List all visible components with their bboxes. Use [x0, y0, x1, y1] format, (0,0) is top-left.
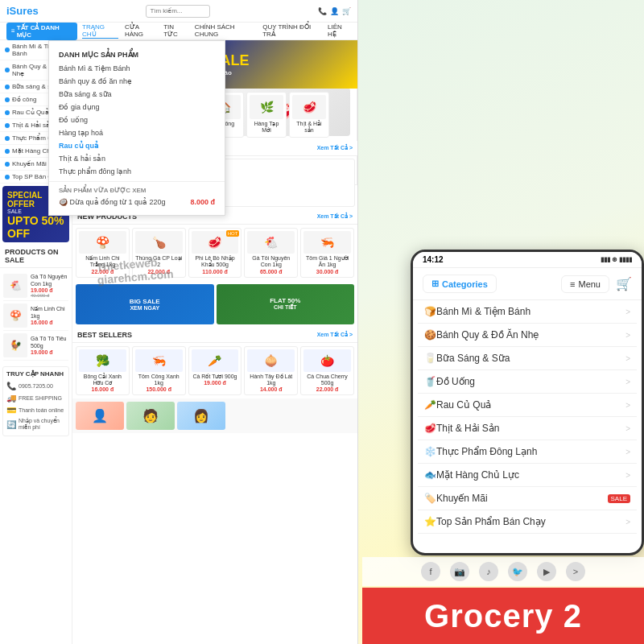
dropdown-item-breakfast[interactable]: Bữa sáng & sữa — [49, 88, 225, 101]
np-price: 65.000 đ — [247, 269, 295, 275]
social-facebook[interactable]: f — [421, 562, 440, 581]
grid-icon: ⊞ — [431, 279, 439, 289]
phone-menu-item-drinks[interactable]: 🥤 Đồ Uống > — [418, 370, 637, 394]
phone-menu-item-bread[interactable]: 🍞 Bánh Mì & Tiệm Bánh > — [418, 300, 637, 324]
quick-access-ship-label: FREE SHIPPING — [19, 395, 62, 401]
phone-cart-btn[interactable]: 🛒 — [616, 276, 632, 291]
nav-policy[interactable]: CHÍNH SÁCH CHUNG — [195, 23, 256, 39]
np-card-3[interactable]: 🥩 HOT Phi Lê Bò Nhập Khẩu 500g 110.000 đ — [188, 228, 242, 278]
social-instagram[interactable]: 📷 — [450, 562, 469, 581]
phone-menu-item-label: Mặt Hàng Chủ Lực — [436, 469, 625, 481]
social-tiktok[interactable]: ♪ — [479, 562, 498, 581]
phone-menu-item-label: Thực Phẩm Đông Lạnh — [436, 446, 625, 457]
dropdown-item-frozen[interactable]: Thực phẩm đông lạnh — [49, 165, 225, 178]
phone-menu-item-icon: 🐟 — [424, 469, 436, 481]
new-products-more[interactable]: Xem Tất Cả > — [317, 213, 353, 220]
phone-menu-item-main[interactable]: 🐟 Mặt Hàng Chủ Lực > — [418, 464, 637, 487]
np-card-4[interactable]: 🐔 Gà Tôi Nguyên Con 1kg 65.000 đ — [244, 228, 298, 278]
nav-shop[interactable]: CỬA HÀNG — [125, 23, 157, 39]
promo-big-sale[interactable]: BIG SALE XEM NGAY — [76, 284, 214, 324]
bs-card-2[interactable]: 🦐 Tôm Công Xanh 1kg 150.000 đ — [132, 346, 186, 396]
phone-icon: 📞 — [318, 7, 327, 15]
phone-menu-item-frozen[interactable]: ❄️ Thực Phẩm Đông Lạnh > — [418, 440, 637, 464]
best-sellers-more[interactable]: Xem Tất Cả > — [317, 332, 353, 338]
pay-icon: 💳 — [6, 406, 16, 415]
phone-menu-item-label: Rau Củ Quả — [436, 399, 625, 411]
nav-home[interactable]: TRANG CHỦ — [82, 23, 118, 39]
bs-card-4[interactable]: 🧅 Hành Tây Đồ Lát 1kg 14.000 đ — [244, 346, 298, 396]
chevron-right-icon: > — [625, 308, 630, 316]
sidebar-dot — [5, 175, 10, 180]
grocery-label-text: Grocery 2 — [424, 598, 582, 634]
bs-price: 16.000 đ — [79, 386, 126, 392]
nav-links: TRANG CHỦ CỬA HÀNG TIN TỨC CHÍNH SÁCH CH… — [82, 23, 351, 39]
social-more[interactable]: > — [566, 562, 585, 581]
bs-card-1[interactable]: 🥦 Bông Cải Xanh Hữu Cơ 16.000 đ — [76, 346, 130, 396]
site-logo: iSures — [6, 5, 39, 17]
dropdown-item-cookie[interactable]: Bánh quy & đồ ăn nhẹ — [49, 75, 225, 88]
dropdown-item-grocery[interactable]: Hàng tạp hoá — [49, 126, 225, 139]
phone-menu-item-top[interactable]: ⭐ Top Sản Phẩm Bán Chạy > — [418, 510, 637, 534]
phone-categories-btn[interactable]: ⊞ Categories — [423, 275, 497, 293]
nav-contact[interactable]: LIÊN HỆ — [328, 23, 351, 39]
sale-item[interactable]: 🐓 Gà Tô Tô Tiêu 500g 19.000 đ — [3, 331, 68, 361]
nav-news[interactable]: TIN TỨC — [163, 23, 188, 39]
social-twitter[interactable]: 🐦 — [508, 562, 527, 581]
all-cat-label: TẤT CẢ DANH MỤC — [17, 24, 72, 39]
sale-item[interactable]: 🐔 Gà Tô Nguyên Con 1kg 19.000 đ 40.000 đ — [3, 271, 68, 301]
product-card-name: Hàng Tạp Mới — [250, 121, 283, 134]
np-price: 30.000 đ — [303, 269, 351, 275]
np-price: 22.000 đ — [79, 269, 126, 275]
sidebar-dot — [5, 110, 10, 115]
sidebar-dot — [5, 68, 10, 72]
sale-item[interactable]: 🍄 Nấm Linh Chi 1kg 16.000 đ — [3, 301, 68, 331]
quick-access-pay-label: Thanh toán online — [19, 407, 64, 413]
phone-menu-item-cookie[interactable]: 🍪 Bánh Quy & Đồ Ăn Nhẹ > — [418, 324, 637, 347]
nav-return[interactable]: QUY TRÌNH ĐỔI TRẢ — [262, 23, 321, 39]
promo-flat-50[interactable]: FLAT 50% CHI TIẾT — [217, 284, 355, 324]
hot-week-more[interactable]: Xem Tất Cả > — [317, 145, 353, 151]
recently-viewed-item[interactable]: 🥥 Dừa quả đồng từ 1 quả 220g 8.000 đ — [49, 196, 225, 208]
np-card-5[interactable]: 🦐 Tôm Giá 1 Người Ăn 1kg 30.000 đ — [300, 228, 354, 278]
np-img: 🐔 — [247, 231, 295, 254]
phone-menu-item-meat[interactable]: 🥩 Thịt & Hải Sản > — [418, 417, 637, 440]
phone-navigation: ⊞ Categories ≡ Menu 🛒 — [413, 268, 642, 300]
phone-menu-item-veg[interactable]: 🥕 Rau Củ Quả > — [418, 394, 637, 417]
dropdown-item-veg[interactable]: Rau củ quả — [49, 139, 225, 152]
np-name: Gà Tôi Nguyên Con 1kg — [247, 255, 295, 269]
new-products-grid: 🍄 Nấm Linh Chi Trắng 1kg 22.000 đ 🍗 Thùn… — [72, 225, 357, 281]
phone-menu-btn[interactable]: ≡ Menu — [561, 275, 609, 293]
bs-img: 🦐 — [135, 349, 183, 372]
phone-mockup: 14:12 ▮▮▮ ⊛ ▮▮▮▮ ⊞ Categories ≡ Menu 🛒 🍞… — [411, 250, 644, 555]
np-img: 🍗 — [135, 231, 183, 254]
sidebar-item-label: Đồ công — [12, 96, 36, 103]
phone-menu-item-sale[interactable]: 🏷️ Khuyến Mãi SALE — [418, 487, 637, 510]
dropdown-item-bread[interactable]: Bánh Mì & Tiệm Bánh — [49, 62, 225, 75]
dropdown-item-household[interactable]: Đồ gia dụng — [49, 101, 225, 114]
sale-item-price: 19.000 đ — [31, 349, 68, 355]
categories-label: Categories — [442, 279, 488, 289]
dropdown-item-meat[interactable]: Thịt & hải sản — [49, 152, 225, 165]
search-input[interactable] — [146, 5, 210, 18]
all-categories-btn[interactable]: ≡ TẤT CẢ DANH MỤC — [6, 23, 77, 40]
sidebar-dot — [5, 97, 10, 102]
np-card-2[interactable]: 🍗 Thùng Gà CP Loại 2 22.000 đ — [132, 228, 186, 278]
bs-price: 19.000 đ — [192, 380, 239, 386]
phone-menu-item-breakfast[interactable]: 🥛 Bữa Sáng & Sữa > — [418, 347, 637, 370]
product-card-meat[interactable]: 🥩 Thịt & Hải sản — [289, 92, 329, 138]
promo-flat-label: FLAT 50% — [270, 297, 300, 304]
np-card-1[interactable]: 🍄 Nấm Linh Chi Trắng 1kg 22.000 đ — [76, 228, 130, 278]
social-youtube[interactable]: ▶ — [537, 562, 556, 581]
product-card-veg[interactable]: 🌿 Hàng Tạp Mới — [246, 92, 287, 138]
sale-item-name: Nấm Linh Chi 1kg — [31, 306, 68, 320]
dropdown-item-drinks[interactable]: Đồ uống — [49, 114, 225, 126]
promo-big-sale-sub: XEM NGAY — [130, 305, 159, 311]
phone-menu-item-icon: 🥛 — [424, 353, 436, 364]
menu-label: Menu — [578, 279, 601, 289]
bs-name: Cà Chua Cherry 500g — [303, 374, 351, 387]
bs-card-3[interactable]: 🥕 Cà Rốt Tươi 900g 19.000 đ — [188, 346, 242, 396]
product-card-img: 🌿 — [250, 95, 283, 119]
sale-item-info: Gà Tô Tô Tiêu 500g 19.000 đ — [31, 336, 68, 355]
bs-price: 22.000 đ — [303, 386, 351, 392]
bs-card-5[interactable]: 🍅 Cà Chua Cherry 500g 22.000 đ — [300, 346, 354, 396]
